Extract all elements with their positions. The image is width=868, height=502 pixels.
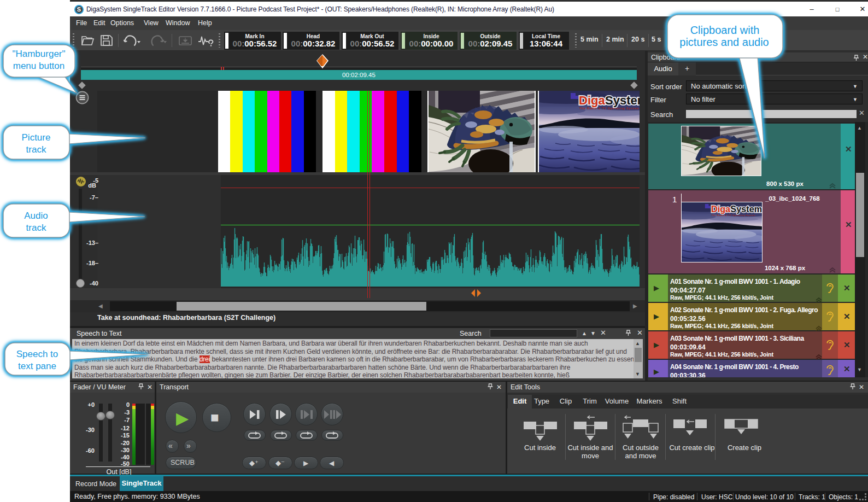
svg-text:pictures and audio: pictures and audio (679, 36, 769, 48)
svg-text:The Radio & TV Operating Syste: The Radio & TV Operating System (579, 107, 639, 110)
svg-text:track: track (26, 144, 46, 155)
svg-text:Picture: Picture (22, 132, 51, 143)
svg-text:Clipboard with: Clipboard with (690, 24, 760, 36)
svg-text:System.: System. (605, 94, 640, 107)
svg-text:Diga: Diga (579, 94, 605, 107)
svg-text:"Hamburger": "Hamburger" (12, 49, 65, 59)
svg-text:track: track (26, 223, 46, 233)
svg-text:menu button: menu button (13, 61, 65, 71)
svg-text:text pane: text pane (18, 361, 56, 371)
svg-text:Audio: Audio (24, 211, 48, 221)
svg-text:Speech to: Speech to (16, 349, 58, 359)
